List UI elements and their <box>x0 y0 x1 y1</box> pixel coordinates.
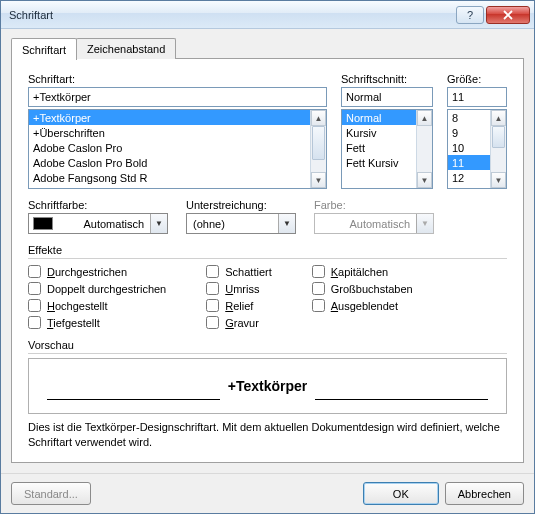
preview-label: Vorschau <box>28 339 507 351</box>
close-button[interactable] <box>486 6 530 24</box>
tab-font[interactable]: Schriftart <box>11 38 77 60</box>
style-option[interactable]: Normal <box>342 110 416 125</box>
preview-description: Dies ist die Textkörper-Designschriftart… <box>28 420 507 450</box>
size-label: Größe: <box>447 73 507 85</box>
font-listbox[interactable]: +Textkörper+ÜberschriftenAdobe Caslon Pr… <box>28 109 327 189</box>
effects-group-label: Effekte <box>28 244 507 256</box>
tab-panel: Schriftart: +Textkörper+ÜberschriftenAdo… <box>11 58 524 463</box>
client-area: Schriftart Zeichenabstand Schriftart: +T… <box>1 29 534 473</box>
preview-text: +Textkörper <box>220 378 316 394</box>
size-option[interactable]: 9 <box>448 125 490 140</box>
font-color-combo[interactable]: Automatisch ▼ <box>28 213 168 234</box>
style-scrollbar[interactable]: ▲ ▼ <box>416 110 432 188</box>
effect-checkbox[interactable]: Gravur <box>206 316 271 329</box>
size-option[interactable]: 8 <box>448 110 490 125</box>
style-listbox[interactable]: NormalKursivFettFett Kursiv ▲ ▼ <box>341 109 433 189</box>
chevron-down-icon: ▼ <box>278 214 295 233</box>
font-scrollbar[interactable]: ▲ ▼ <box>310 110 326 188</box>
checkbox-input[interactable] <box>206 282 219 295</box>
font-option[interactable]: +Textkörper <box>29 110 310 125</box>
default-button[interactable]: Standard... <box>11 482 91 505</box>
underline-combo[interactable]: (ohne) ▼ <box>186 213 296 234</box>
effect-checkbox[interactable]: Schattiert <box>206 265 271 278</box>
effect-checkbox[interactable]: Tiefgestellt <box>28 316 166 329</box>
effect-label: Umriss <box>225 283 259 295</box>
effects-group: DurchgestrichenDoppelt durchgestrichenHo… <box>28 265 507 329</box>
checkbox-input[interactable] <box>206 316 219 329</box>
effect-checkbox[interactable]: Hochgestellt <box>28 299 166 312</box>
size-option[interactable]: 12 <box>448 170 490 185</box>
effect-label: Tiefgestellt <box>47 317 100 329</box>
scroll-thumb[interactable] <box>492 126 505 148</box>
effect-checkbox[interactable]: Relief <box>206 299 271 312</box>
preview-box: +Textkörper <box>28 358 507 414</box>
checkbox-input[interactable] <box>312 299 325 312</box>
titlebar[interactable]: Schriftart ? <box>1 1 534 29</box>
scroll-down-icon[interactable]: ▼ <box>491 172 506 188</box>
font-option[interactable]: Adobe Fangsong Std R <box>29 170 310 185</box>
scroll-up-icon[interactable]: ▲ <box>417 110 432 126</box>
checkbox-input[interactable] <box>206 299 219 312</box>
effect-label: Schattiert <box>225 266 271 278</box>
size-option[interactable]: 10 <box>448 140 490 155</box>
scroll-up-icon[interactable]: ▲ <box>311 110 326 126</box>
style-option[interactable]: Fett Kursiv <box>342 155 416 170</box>
size-scrollbar[interactable]: ▲ ▼ <box>490 110 506 188</box>
close-icon <box>503 10 513 20</box>
font-option[interactable]: Adobe Caslon Pro <box>29 140 310 155</box>
checkbox-input[interactable] <box>28 316 41 329</box>
cancel-button[interactable]: Abbrechen <box>445 482 524 505</box>
font-dialog: Schriftart ? Schriftart Zeichenabstand S… <box>0 0 535 514</box>
window-title: Schriftart <box>9 9 454 21</box>
checkbox-input[interactable] <box>28 299 41 312</box>
style-option[interactable]: Fett <box>342 140 416 155</box>
scroll-thumb[interactable] <box>312 126 325 160</box>
effect-checkbox[interactable]: Umriss <box>206 282 271 295</box>
effect-checkbox[interactable]: Großbuchstaben <box>312 282 413 295</box>
ok-button[interactable]: OK <box>363 482 439 505</box>
effect-checkbox[interactable]: Durchgestrichen <box>28 265 166 278</box>
scroll-up-icon[interactable]: ▲ <box>491 110 506 126</box>
checkbox-input[interactable] <box>206 265 219 278</box>
effect-checkbox[interactable]: Kapitälchen <box>312 265 413 278</box>
style-option[interactable]: Kursiv <box>342 125 416 140</box>
help-button[interactable]: ? <box>456 6 484 24</box>
effect-label: Hochgestellt <box>47 300 108 312</box>
font-input[interactable] <box>28 87 327 107</box>
font-color-label: Schriftfarbe: <box>28 199 168 211</box>
checkbox-input[interactable] <box>312 282 325 295</box>
chevron-down-icon: ▼ <box>416 214 433 233</box>
effect-label: Doppelt durchgestrichen <box>47 283 166 295</box>
effect-label: Großbuchstaben <box>331 283 413 295</box>
dialog-footer: Standard... OK Abbrechen <box>1 473 534 513</box>
font-option[interactable]: +Überschriften <box>29 125 310 140</box>
chevron-down-icon: ▼ <box>150 214 167 233</box>
effect-checkbox[interactable]: Doppelt durchgestrichen <box>28 282 166 295</box>
scroll-down-icon[interactable]: ▼ <box>417 172 432 188</box>
underline-color-label: Farbe: <box>314 199 434 211</box>
underline-label: Unterstreichung: <box>186 199 296 211</box>
effect-label: Relief <box>225 300 253 312</box>
scroll-down-icon[interactable]: ▼ <box>311 172 326 188</box>
effect-checkbox[interactable]: Ausgeblendet <box>312 299 413 312</box>
effect-label: Kapitälchen <box>331 266 389 278</box>
size-listbox[interactable]: 89101112 ▲ ▼ <box>447 109 507 189</box>
effect-label: Ausgeblendet <box>331 300 398 312</box>
checkbox-input[interactable] <box>312 265 325 278</box>
tab-strip: Schriftart Zeichenabstand <box>11 37 524 59</box>
style-label: Schriftschnitt: <box>341 73 433 85</box>
style-input[interactable] <box>341 87 433 107</box>
checkbox-input[interactable] <box>28 282 41 295</box>
font-option[interactable]: Adobe Caslon Pro Bold <box>29 155 310 170</box>
tab-spacing[interactable]: Zeichenabstand <box>76 38 176 59</box>
color-swatch <box>33 217 53 230</box>
font-label: Schriftart: <box>28 73 327 85</box>
effect-label: Durchgestrichen <box>47 266 127 278</box>
checkbox-input[interactable] <box>28 265 41 278</box>
underline-color-combo: Automatisch ▼ <box>314 213 434 234</box>
effect-label: Gravur <box>225 317 259 329</box>
size-input[interactable] <box>447 87 507 107</box>
size-option[interactable]: 11 <box>448 155 490 170</box>
